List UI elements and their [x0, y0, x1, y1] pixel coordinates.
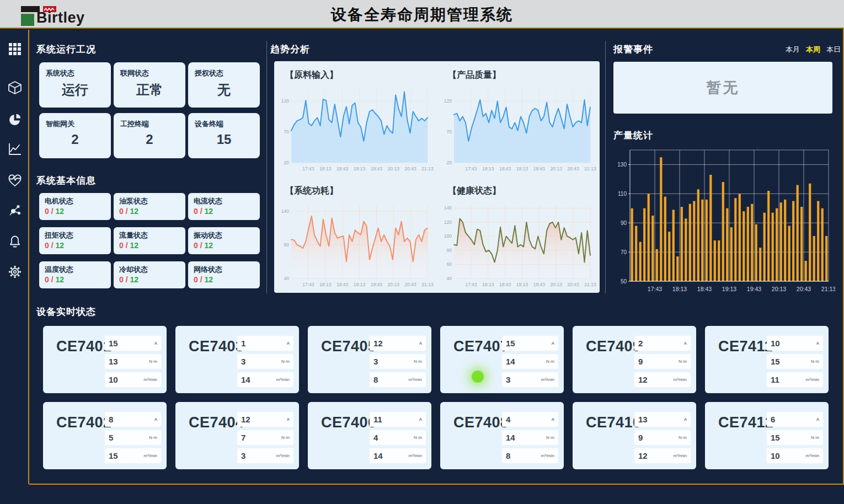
- device-value: 15: [109, 451, 118, 460]
- device-name: CE7406: [321, 414, 377, 431]
- svg-text:120: 120: [444, 219, 452, 225]
- status-card-value: 运行: [46, 81, 104, 99]
- device-value: 9: [638, 357, 643, 366]
- device-unit: N·m: [149, 359, 157, 364]
- device-unit: m³/min: [674, 377, 687, 382]
- device-value: 3: [241, 357, 245, 366]
- svg-text:19:43: 19:43: [533, 282, 546, 287]
- device-value-row: 10 m³/min: [105, 372, 161, 387]
- cube-icon[interactable]: [7, 80, 23, 95]
- device-value: 15: [506, 339, 515, 348]
- alarm-tab-本日[interactable]: 本日: [826, 45, 841, 55]
- alarm-count: 0: [45, 241, 49, 250]
- status-card-value: 无: [195, 81, 253, 99]
- device-name: CE7404: [189, 414, 244, 431]
- device-value: 8: [109, 415, 113, 424]
- device-name: CE7410: [586, 414, 642, 431]
- svg-text:19:43: 19:43: [533, 166, 546, 171]
- heart-pulse-icon[interactable]: [7, 173, 23, 188]
- device-card[interactable]: CE7405 12 A 3 N·m 8 m³/min: [308, 326, 431, 393]
- info-card-counts: 0 / 12: [119, 241, 180, 250]
- device-card[interactable]: CE7409 2 A 9 N·m 12 m³/min: [573, 326, 696, 393]
- info-card: 振动状态 0 / 12: [188, 227, 260, 254]
- device-unit: A: [816, 341, 819, 346]
- alarm-tab-本周[interactable]: 本周: [806, 45, 820, 55]
- total-count: 12: [130, 241, 138, 250]
- status-card: 授权状态 无: [188, 62, 260, 108]
- molecule-icon[interactable]: [7, 202, 23, 218]
- device-unit: N·m: [414, 359, 422, 364]
- svg-text:21:13: 21:13: [584, 282, 596, 287]
- svg-text:18:43: 18:43: [336, 282, 349, 287]
- device-card[interactable]: CE7404 12 A 7 N·m 3 m³/min: [175, 402, 299, 469]
- device-name: CE7412: [718, 414, 774, 431]
- device-name: CE7409: [586, 338, 642, 355]
- total-count: 12: [204, 275, 213, 284]
- device-value-row: 15 N·m: [767, 430, 823, 445]
- device-value-row: 8 m³/min: [502, 448, 558, 463]
- device-value: 12: [638, 451, 648, 460]
- svg-text:19:13: 19:13: [354, 282, 366, 287]
- info-card: 冷却状态 0 / 12: [114, 261, 185, 288]
- svg-text:17:43: 17:43: [302, 166, 314, 171]
- trend-chart-title: 【系统功耗】: [285, 185, 338, 197]
- svg-text:18:13: 18:13: [482, 166, 494, 171]
- device-card[interactable]: CE7407 15 A 14 N·m 3 m³/min: [440, 326, 564, 393]
- svg-text:20:13: 20:13: [772, 286, 786, 292]
- svg-text:20:13: 20:13: [388, 166, 400, 171]
- device-values: 4 A 14 N·m 8 m³/min: [502, 412, 558, 467]
- device-value-row: 12 A: [237, 412, 293, 427]
- device-unit: A: [684, 341, 687, 346]
- pie-chart-icon[interactable]: [7, 112, 23, 127]
- device-value-row: 2 A: [634, 336, 691, 351]
- device-unit: N·m: [281, 435, 290, 440]
- device-card[interactable]: CE7408 4 A 14 N·m 8 m³/min: [440, 402, 564, 469]
- alarm-tab-本月[interactable]: 本月: [786, 45, 800, 55]
- svg-text:18:13: 18:13: [672, 286, 687, 292]
- device-value-row: 14 N·m: [502, 430, 558, 445]
- device-value: 14: [506, 433, 515, 442]
- device-unit: A: [552, 341, 554, 346]
- device-card[interactable]: CE7411 10 A 15 N·m 11 m³/min: [705, 326, 829, 393]
- device-value-row: 14 m³/min: [237, 372, 293, 387]
- device-card[interactable]: CE7406 11 A 4 N·m 14 m³/min: [308, 402, 431, 469]
- device-value: 12: [638, 375, 648, 384]
- svg-text:19:43: 19:43: [747, 286, 761, 292]
- status-card-value: 2: [46, 132, 104, 147]
- device-card[interactable]: CE7402 8 A 5 N·m 15 m³/min: [43, 402, 167, 469]
- device-card[interactable]: CE7403 1 A 3 N·m 14 m³/min: [175, 326, 299, 393]
- device-card[interactable]: CE7412 6 A 15 N·m 10 m³/min: [705, 402, 829, 469]
- device-value: 11: [771, 375, 779, 384]
- device-name: CE7405: [321, 338, 377, 355]
- status-card: 设备终端 15: [188, 113, 260, 158]
- apps-grid-icon[interactable]: [7, 41, 23, 57]
- device-name: CE7407: [453, 338, 509, 355]
- device-name: CE7402: [56, 414, 112, 431]
- device-card[interactable]: CE7410 13 A 9 N·m 12 m³/min: [573, 402, 696, 469]
- svg-text:20:43: 20:43: [404, 166, 416, 171]
- svg-text:19:43: 19:43: [371, 282, 383, 287]
- alarm-events-panel: 暂无: [613, 62, 832, 114]
- device-value-row: 14 m³/min: [370, 448, 426, 463]
- svg-text:130: 130: [617, 162, 627, 168]
- device-values: 12 A 3 N·m 8 m³/min: [370, 336, 426, 390]
- trend-panel: 【原料输入】 207012017:4318:1318:4319:1319:432…: [274, 61, 600, 293]
- bell-icon[interactable]: [7, 234, 23, 249]
- device-value-row: 10 m³/min: [767, 448, 823, 463]
- status-card-label: 联网状态: [120, 68, 179, 78]
- svg-text:18:43: 18:43: [336, 166, 349, 171]
- device-card[interactable]: CE7401 15 A 13 N·m 10 m³/min: [43, 326, 167, 393]
- info-card: 电流状态 0 / 12: [188, 193, 260, 220]
- svg-text:20: 20: [284, 160, 290, 165]
- info-card-label: 温度状态: [45, 265, 105, 275]
- device-unit: A: [684, 417, 687, 422]
- gear-icon[interactable]: [7, 264, 23, 280]
- device-value-row: 6 A: [767, 412, 823, 427]
- device-value-row: 15 A: [105, 336, 161, 351]
- status-card-value: 15: [195, 132, 253, 147]
- device-unit: m³/min: [276, 453, 290, 458]
- device-value: 15: [771, 357, 780, 366]
- device-name: CE7411: [718, 338, 773, 355]
- trend-chart-raw-input: 【原料输入】 207012017:4318:1318:4319:1319:432…: [274, 61, 437, 177]
- line-chart-icon[interactable]: [7, 141, 23, 157]
